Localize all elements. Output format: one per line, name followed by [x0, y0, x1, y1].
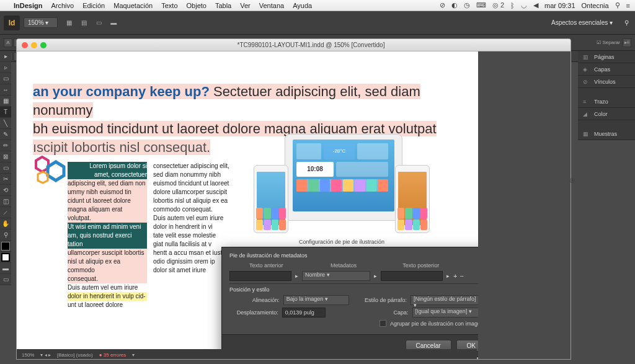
gradient-tool[interactable]: ◫ [0, 196, 11, 207]
stop-icon[interactable]: ⊘ [440, 1, 445, 9]
stroke-swatch[interactable] [0, 252, 11, 263]
spotlight-icon[interactable]: ⚲ [615, 1, 620, 9]
panel-muestras[interactable]: ▦Muestras [578, 128, 635, 140]
sync-icon[interactable]: ◎ 2 [492, 1, 504, 9]
arrow-icon: ▸ [295, 273, 298, 279]
header-before: Texto anterior [229, 262, 303, 269]
keyboard-icon[interactable]: ⌨ [476, 1, 486, 9]
zoom-window-icon[interactable] [40, 42, 47, 48]
panel-menu-icon[interactable]: ▸≡ [623, 38, 631, 47]
menu-tabla[interactable]: Tabla [215, 2, 231, 9]
devices-image[interactable]: -28°C 10:08 [247, 134, 433, 246]
hex-graphic [34, 156, 69, 187]
zoom-select[interactable]: 150% ▾ [24, 17, 58, 28]
type-tool[interactable]: T [0, 107, 11, 118]
paragraph-style-select[interactable]: [Ningún estilo de párrafo] ▾ [411, 295, 486, 305]
workspace-select[interactable]: Aspectos esenciales ▾ [546, 19, 618, 26]
line-tool[interactable]: ╲ [0, 118, 11, 129]
group-checkbox[interactable] [380, 320, 386, 327]
caption-config-label: Configuración de pie de ilustración [250, 239, 433, 245]
bridge-icon[interactable]: ▤ [79, 18, 89, 28]
user-icon[interactable]: ◐ [451, 1, 458, 9]
menu-ventana[interactable]: Ventana [259, 2, 284, 9]
minimize-icon[interactable] [31, 42, 37, 48]
layer-select[interactable]: [Igual que la imagen] ▾ [412, 308, 486, 317]
add-row-button[interactable]: + [453, 272, 457, 280]
separar-check[interactable]: ☑ Separar [597, 40, 620, 45]
rect-tool[interactable]: ▭ [0, 162, 11, 174]
phone-left-mockup [254, 165, 288, 233]
dialog-title: Pie de ilustración de metadatos [229, 252, 486, 259]
gap-tool[interactable]: ↔ [0, 84, 11, 95]
clock-icon[interactable]: ◷ [464, 1, 470, 9]
panel-vinculos[interactable]: ⊘Vínculos [578, 76, 635, 88]
magnifier-icon[interactable]: ⊕ [569, 176, 575, 185]
status-zoom[interactable]: 150% [22, 352, 34, 358]
eyedropper-tool[interactable]: ⟋ [0, 207, 11, 218]
scissors-tool[interactable]: ✂ [0, 174, 11, 185]
offset-input[interactable] [282, 308, 326, 317]
selection-tool[interactable]: ▸ [0, 51, 11, 62]
menu-maquetacion[interactable]: Maquetación [113, 2, 153, 9]
transform-tool[interactable]: ⟲ [0, 185, 11, 196]
user-name[interactable]: Ontecnia [582, 2, 609, 9]
document-title: *TC9980101-LAYOUT-MI1.indd @ 150% [Conve… [51, 42, 571, 48]
links-icon: ⊘ [583, 79, 590, 85]
arrow-icon-3: ▸ [446, 273, 450, 279]
menu-icon[interactable]: ≡ [626, 2, 630, 9]
menu-ayuda[interactable]: Ayuda [293, 2, 312, 9]
screen-icon[interactable]: ▬ [109, 18, 118, 28]
content-tool[interactable]: ▦ [0, 95, 11, 107]
clock-text[interactable]: mar 09:31 [544, 2, 575, 9]
format-container-icon[interactable]: ▬ [0, 263, 11, 274]
remove-row-button[interactable]: − [460, 272, 463, 280]
app-name[interactable]: InDesign [14, 2, 42, 9]
hexagons-icon [34, 156, 69, 185]
app-badge: Id [4, 16, 20, 30]
arrange-icon[interactable]: ▭ [94, 18, 104, 28]
status-basic[interactable]: [Básico] (usado) [57, 352, 93, 358]
text-after-input[interactable] [381, 271, 443, 281]
panel-paginas[interactable]: ▥Páginas [578, 51, 635, 63]
toolbox: ▸ ▹ ▭ ↔ ▦ T ╲ ✎ ✏ ⊠ ▭ ✂ ⟲ ◫ ⟋ ✋ ⚲ ▬ ▭ [0, 51, 11, 285]
char-panel-icon[interactable]: A [4, 38, 12, 47]
text-before-input[interactable] [229, 271, 291, 281]
layer-label: Capa: [356, 309, 408, 316]
panel-trazo[interactable]: ≡Trazo [578, 95, 635, 108]
pen-tool[interactable]: ✎ [0, 129, 11, 140]
direct-select-tool[interactable]: ▹ [0, 62, 11, 73]
close-icon[interactable] [22, 42, 28, 48]
menu-ver[interactable]: Ver [240, 2, 251, 9]
panel-capas[interactable]: ◈Capas [578, 63, 635, 76]
document-window: *TC9980101-LAYOUT-MI1.indd @ 150% [Conve… [16, 38, 571, 360]
view-mode-icon[interactable]: ▭ [0, 274, 11, 285]
status-errors[interactable]: ● 35 errores [99, 352, 127, 358]
text-column-1[interactable]: Lorem ipsum dolor siamet, consectetuerad… [68, 162, 147, 309]
hand-tool[interactable]: ✋ [0, 218, 11, 229]
volume-icon[interactable]: ◀︎ [533, 1, 538, 9]
wifi-icon[interactable]: ◡ [521, 1, 527, 9]
panel-color[interactable]: ◢Color [578, 108, 635, 120]
align-label: Alineación: [229, 297, 280, 303]
text-column-2[interactable]: consectetuer adipiscing elit,sed diam no… [153, 162, 233, 275]
zoom-tool[interactable]: ⚲ [0, 229, 11, 241]
panel-dock: ▥Páginas ◈Capas ⊘Vínculos ≡Trazo ◢Color … [578, 51, 635, 140]
search-icon[interactable]: ⚲ [621, 18, 631, 28]
pencil-tool[interactable]: ✏ [0, 140, 11, 151]
menu-archivo[interactable]: Archivo [51, 2, 74, 9]
view-icon[interactable]: ▦ [64, 18, 74, 28]
metadata-select[interactable]: Nombre ▾ [302, 271, 370, 281]
menu-edicion[interactable]: Edición [82, 2, 105, 9]
mac-menubar: InDesign Archivo Edición Maquetación Tex… [0, 0, 635, 11]
document-titlebar[interactable]: *TC9980101-LAYOUT-MI1.indd @ 150% [Conve… [17, 39, 571, 51]
svg-marker-1 [48, 162, 64, 180]
alignment-select[interactable]: Bajo la imagen ▾ [283, 295, 350, 305]
page-tool[interactable]: ▭ [0, 73, 11, 84]
page-canvas[interactable]: an your company keep up? Sectetuer adipi… [25, 51, 478, 360]
bluetooth-icon[interactable]: ᛒ [510, 2, 515, 9]
fill-swatch[interactable] [0, 241, 11, 252]
menu-objeto[interactable]: Objeto [187, 2, 206, 9]
menu-texto[interactable]: Texto [161, 2, 177, 9]
arrow-icon-2: ▸ [374, 273, 377, 279]
rect-frame-tool[interactable]: ⊠ [0, 151, 11, 162]
